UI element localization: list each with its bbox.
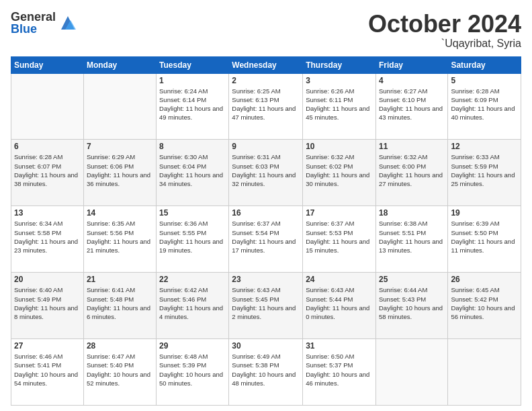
day-info: Sunrise: 6:47 AMSunset: 5:40 PMDaylight:… bbox=[87, 352, 153, 387]
sunset-time: Sunset: 6:04 PM bbox=[159, 163, 206, 170]
daylight-hours: Daylight: 11 hours and 23 minutes. bbox=[14, 238, 78, 254]
day-cell bbox=[11, 73, 84, 140]
daylight-hours: Daylight: 11 hours and 17 minutes. bbox=[232, 238, 296, 254]
sunrise-time: Sunrise: 6:37 AM bbox=[232, 220, 280, 227]
day-number: 15 bbox=[159, 208, 226, 218]
day-cell bbox=[83, 73, 156, 140]
day-cell: 5Sunrise: 6:28 AMSunset: 6:09 PMDaylight… bbox=[448, 73, 521, 140]
day-info: Sunrise: 6:35 AMSunset: 5:56 PMDaylight:… bbox=[87, 219, 153, 255]
sunrise-time: Sunrise: 6:41 AM bbox=[87, 286, 135, 293]
day-info: Sunrise: 6:28 AMSunset: 6:09 PMDaylight:… bbox=[451, 87, 518, 122]
day-info: Sunrise: 6:39 AMSunset: 5:50 PMDaylight:… bbox=[451, 219, 518, 255]
day-cell: 3Sunrise: 6:26 AMSunset: 6:11 PMDaylight… bbox=[303, 73, 376, 140]
day-info: Sunrise: 6:50 AMSunset: 5:37 PMDaylight:… bbox=[306, 352, 373, 387]
daylight-hours: Daylight: 11 hours and 21 minutes. bbox=[87, 238, 150, 254]
sunrise-time: Sunrise: 6:46 AM bbox=[14, 353, 62, 360]
main-container: General Blue October 2024 `Uqayribat, Sy… bbox=[0, 0, 532, 411]
sunset-time: Sunset: 6:00 PM bbox=[379, 163, 426, 170]
daylight-hours: Daylight: 10 hours and 48 minutes. bbox=[232, 371, 296, 387]
calendar: Sunday Monday Tuesday Wednesday Thursday… bbox=[11, 56, 521, 406]
sunrise-time: Sunrise: 6:48 AM bbox=[159, 353, 208, 360]
day-info: Sunrise: 6:31 AMSunset: 6:03 PMDaylight:… bbox=[232, 152, 300, 188]
sunset-time: Sunset: 5:39 PM bbox=[159, 361, 206, 369]
daylight-hours: Daylight: 11 hours and 27 minutes. bbox=[379, 171, 443, 187]
day-number: 24 bbox=[306, 275, 373, 284]
day-number: 3 bbox=[306, 76, 373, 85]
daylight-hours: Daylight: 11 hours and 34 minutes. bbox=[159, 171, 223, 187]
day-cell: 13Sunrise: 6:34 AMSunset: 5:58 PMDayligh… bbox=[11, 206, 84, 273]
day-cell: 10Sunrise: 6:32 AMSunset: 6:02 PMDayligh… bbox=[303, 140, 376, 206]
day-info: Sunrise: 6:33 AMSunset: 5:59 PMDaylight:… bbox=[451, 152, 518, 188]
day-number: 6 bbox=[14, 142, 81, 151]
daylight-hours: Daylight: 11 hours and 13 minutes. bbox=[379, 238, 443, 254]
daylight-hours: Daylight: 10 hours and 54 minutes. bbox=[14, 371, 78, 387]
sunset-time: Sunset: 6:13 PM bbox=[232, 96, 279, 103]
day-cell: 23Sunrise: 6:43 AMSunset: 5:45 PMDayligh… bbox=[229, 273, 303, 339]
day-number: 9 bbox=[232, 142, 300, 151]
sunrise-time: Sunrise: 6:32 AM bbox=[306, 153, 354, 161]
day-cell: 18Sunrise: 6:38 AMSunset: 5:51 PMDayligh… bbox=[375, 206, 447, 273]
day-number: 21 bbox=[87, 275, 153, 284]
day-info: Sunrise: 6:36 AMSunset: 5:55 PMDaylight:… bbox=[159, 219, 226, 255]
day-cell: 2Sunrise: 6:25 AMSunset: 6:13 PMDaylight… bbox=[229, 73, 303, 140]
day-info: Sunrise: 6:28 AMSunset: 6:07 PMDaylight:… bbox=[14, 152, 81, 188]
sunset-time: Sunset: 5:37 PM bbox=[306, 361, 353, 369]
sunset-time: Sunset: 5:44 PM bbox=[306, 295, 353, 303]
sunrise-time: Sunrise: 6:27 AM bbox=[379, 87, 427, 95]
sunset-time: Sunset: 5:38 PM bbox=[232, 361, 279, 369]
day-info: Sunrise: 6:46 AMSunset: 5:41 PMDaylight:… bbox=[14, 352, 81, 387]
logo-text: General Blue bbox=[11, 11, 56, 35]
logo-general: General bbox=[11, 11, 56, 23]
sunrise-time: Sunrise: 6:34 AM bbox=[14, 220, 62, 227]
day-number: 1 bbox=[159, 76, 226, 85]
day-info: Sunrise: 6:32 AMSunset: 6:02 PMDaylight:… bbox=[306, 152, 373, 188]
daylight-hours: Daylight: 11 hours and 25 minutes. bbox=[451, 171, 515, 187]
sunset-time: Sunset: 5:43 PM bbox=[379, 295, 426, 303]
sunset-time: Sunset: 5:55 PM bbox=[159, 229, 206, 236]
day-cell: 6Sunrise: 6:28 AMSunset: 6:07 PMDaylight… bbox=[11, 140, 84, 206]
sunrise-time: Sunrise: 6:36 AM bbox=[159, 220, 208, 227]
day-info: Sunrise: 6:40 AMSunset: 5:49 PMDaylight:… bbox=[14, 285, 81, 321]
sunrise-time: Sunrise: 6:35 AM bbox=[87, 220, 135, 227]
day-info: Sunrise: 6:34 AMSunset: 5:58 PMDaylight:… bbox=[14, 219, 81, 255]
month-title: October 2024 bbox=[368, 11, 521, 38]
day-cell: 1Sunrise: 6:24 AMSunset: 6:14 PMDaylight… bbox=[157, 73, 229, 140]
day-info: Sunrise: 6:42 AMSunset: 5:46 PMDaylight:… bbox=[159, 285, 226, 321]
daylight-hours: Daylight: 11 hours and 43 minutes. bbox=[379, 105, 443, 121]
day-cell: 12Sunrise: 6:33 AMSunset: 5:59 PMDayligh… bbox=[448, 140, 521, 206]
day-number: 31 bbox=[306, 341, 373, 351]
daylight-hours: Daylight: 11 hours and 45 minutes. bbox=[306, 105, 369, 121]
week-row-4: 20Sunrise: 6:40 AMSunset: 5:49 PMDayligh… bbox=[11, 273, 521, 339]
header-tuesday: Tuesday bbox=[157, 56, 229, 73]
day-cell: 11Sunrise: 6:32 AMSunset: 6:00 PMDayligh… bbox=[375, 140, 447, 206]
daylight-hours: Daylight: 10 hours and 52 minutes. bbox=[87, 371, 150, 387]
day-number: 29 bbox=[159, 341, 226, 351]
week-row-5: 27Sunrise: 6:46 AMSunset: 5:41 PMDayligh… bbox=[11, 339, 521, 406]
day-info: Sunrise: 6:29 AMSunset: 6:06 PMDaylight:… bbox=[87, 152, 153, 188]
day-number: 20 bbox=[14, 275, 81, 284]
sunrise-time: Sunrise: 6:37 AM bbox=[306, 220, 354, 227]
sunset-time: Sunset: 5:54 PM bbox=[232, 229, 279, 236]
sunrise-time: Sunrise: 6:38 AM bbox=[379, 220, 427, 227]
daylight-hours: Daylight: 11 hours and 38 minutes. bbox=[14, 171, 78, 187]
header-thursday: Thursday bbox=[303, 56, 376, 73]
day-cell: 8Sunrise: 6:30 AMSunset: 6:04 PMDaylight… bbox=[157, 140, 229, 206]
day-cell: 22Sunrise: 6:42 AMSunset: 5:46 PMDayligh… bbox=[157, 273, 229, 339]
day-info: Sunrise: 6:48 AMSunset: 5:39 PMDaylight:… bbox=[159, 352, 226, 387]
day-number: 27 bbox=[14, 341, 81, 351]
day-cell: 16Sunrise: 6:37 AMSunset: 5:54 PMDayligh… bbox=[229, 206, 303, 273]
day-number: 5 bbox=[451, 76, 518, 85]
day-number: 23 bbox=[232, 275, 300, 284]
day-cell: 15Sunrise: 6:36 AMSunset: 5:55 PMDayligh… bbox=[157, 206, 229, 273]
daylight-hours: Daylight: 10 hours and 46 minutes. bbox=[306, 371, 369, 387]
day-cell: 17Sunrise: 6:37 AMSunset: 5:53 PMDayligh… bbox=[303, 206, 376, 273]
day-cell: 7Sunrise: 6:29 AMSunset: 6:06 PMDaylight… bbox=[83, 140, 156, 206]
week-row-2: 6Sunrise: 6:28 AMSunset: 6:07 PMDaylight… bbox=[11, 140, 521, 206]
days-header-row: Sunday Monday Tuesday Wednesday Thursday… bbox=[11, 56, 521, 73]
daylight-hours: Daylight: 11 hours and 40 minutes. bbox=[451, 105, 515, 121]
sunset-time: Sunset: 5:48 PM bbox=[87, 295, 134, 303]
day-number: 26 bbox=[451, 275, 518, 284]
day-number: 30 bbox=[232, 341, 300, 351]
day-number: 18 bbox=[379, 208, 445, 218]
day-number: 2 bbox=[232, 76, 300, 85]
